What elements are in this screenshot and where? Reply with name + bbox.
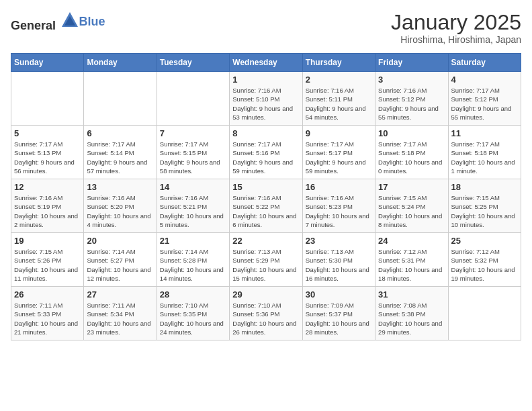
calendar-cell: 5Sunrise: 7:17 AM Sunset: 5:13 PM Daylig… (11, 126, 84, 179)
calendar-table: SundayMondayTuesdayWednesdayThursdayFrid… (11, 53, 521, 340)
day-detail: Sunrise: 7:17 AM Sunset: 5:15 PM Dayligh… (160, 140, 226, 175)
logo-icon (60, 11, 79, 30)
day-number: 5 (14, 128, 81, 138)
day-number: 10 (378, 128, 445, 138)
logo-general: General (11, 19, 56, 32)
page-header: General Blue January 2025 Hiroshima, Hir… (11, 11, 521, 45)
calendar-cell: 18Sunrise: 7:15 AM Sunset: 5:25 PM Dayli… (448, 179, 521, 233)
calendar-cell: 16Sunrise: 7:16 AM Sunset: 5:23 PM Dayli… (302, 179, 375, 233)
day-detail: Sunrise: 7:17 AM Sunset: 5:17 PM Dayligh… (306, 140, 372, 175)
day-detail: Sunrise: 7:08 AM Sunset: 5:38 PM Dayligh… (378, 301, 445, 336)
day-detail: Sunrise: 7:10 AM Sunset: 5:36 PM Dayligh… (232, 301, 299, 336)
calendar-cell: 8Sunrise: 7:17 AM Sunset: 5:16 PM Daylig… (230, 126, 302, 179)
day-number: 2 (306, 75, 372, 85)
day-number: 7 (160, 128, 226, 138)
calendar-cell: 26Sunrise: 7:11 AM Sunset: 5:33 PM Dayli… (11, 287, 84, 340)
title-block: January 2025 Hiroshima, Hiroshima, Japan (391, 11, 521, 45)
day-of-week-header: Wednesday (230, 54, 302, 72)
calendar-week-row: 19Sunrise: 7:15 AM Sunset: 5:26 PM Dayli… (11, 233, 521, 287)
day-number: 1 (232, 75, 299, 85)
day-detail: Sunrise: 7:13 AM Sunset: 5:30 PM Dayligh… (306, 247, 372, 283)
day-number: 11 (451, 128, 518, 138)
location-title: Hiroshima, Hiroshima, Japan (391, 34, 521, 45)
day-detail: Sunrise: 7:12 AM Sunset: 5:32 PM Dayligh… (451, 247, 518, 283)
calendar-cell (448, 287, 521, 340)
calendar-cell: 9Sunrise: 7:17 AM Sunset: 5:17 PM Daylig… (302, 126, 375, 179)
day-number: 25 (451, 236, 518, 246)
calendar-cell: 21Sunrise: 7:14 AM Sunset: 5:28 PM Dayli… (157, 233, 229, 287)
day-detail: Sunrise: 7:16 AM Sunset: 5:23 PM Dayligh… (306, 193, 372, 229)
calendar-cell: 13Sunrise: 7:16 AM Sunset: 5:20 PM Dayli… (84, 179, 157, 233)
day-number: 20 (87, 236, 153, 246)
day-detail: Sunrise: 7:17 AM Sunset: 5:12 PM Dayligh… (451, 86, 518, 122)
day-detail: Sunrise: 7:16 AM Sunset: 5:21 PM Dayligh… (160, 193, 226, 229)
day-detail: Sunrise: 7:11 AM Sunset: 5:34 PM Dayligh… (87, 301, 153, 336)
logo: General Blue (11, 11, 105, 33)
calendar-cell: 14Sunrise: 7:16 AM Sunset: 5:21 PM Dayli… (157, 179, 229, 233)
day-number: 17 (378, 182, 445, 192)
calendar-cell: 29Sunrise: 7:10 AM Sunset: 5:36 PM Dayli… (230, 287, 302, 340)
day-number: 13 (87, 182, 153, 192)
calendar-cell (11, 72, 84, 126)
day-detail: Sunrise: 7:17 AM Sunset: 5:16 PM Dayligh… (232, 140, 299, 175)
day-detail: Sunrise: 7:15 AM Sunset: 5:24 PM Dayligh… (378, 193, 445, 229)
calendar-cell (84, 72, 157, 126)
day-number: 24 (378, 236, 445, 246)
day-number: 8 (232, 128, 299, 138)
calendar-cell: 20Sunrise: 7:14 AM Sunset: 5:27 PM Dayli… (84, 233, 157, 287)
day-detail: Sunrise: 7:16 AM Sunset: 5:12 PM Dayligh… (378, 86, 445, 122)
day-detail: Sunrise: 7:17 AM Sunset: 5:14 PM Dayligh… (87, 140, 153, 175)
day-detail: Sunrise: 7:14 AM Sunset: 5:27 PM Dayligh… (87, 247, 153, 283)
day-detail: Sunrise: 7:16 AM Sunset: 5:20 PM Dayligh… (87, 193, 153, 229)
calendar-body: 1Sunrise: 7:16 AM Sunset: 5:10 PM Daylig… (11, 72, 521, 340)
calendar-cell: 22Sunrise: 7:13 AM Sunset: 5:29 PM Dayli… (230, 233, 302, 287)
day-of-week-header: Sunday (11, 54, 84, 72)
calendar-cell: 15Sunrise: 7:16 AM Sunset: 5:22 PM Dayli… (230, 179, 302, 233)
calendar-cell: 1Sunrise: 7:16 AM Sunset: 5:10 PM Daylig… (230, 72, 302, 126)
calendar-cell: 30Sunrise: 7:09 AM Sunset: 5:37 PM Dayli… (302, 287, 375, 340)
day-detail: Sunrise: 7:11 AM Sunset: 5:33 PM Dayligh… (14, 301, 81, 336)
day-number: 23 (306, 236, 372, 246)
day-detail: Sunrise: 7:17 AM Sunset: 5:18 PM Dayligh… (451, 140, 518, 175)
day-number: 12 (14, 182, 81, 192)
calendar-cell: 25Sunrise: 7:12 AM Sunset: 5:32 PM Dayli… (448, 233, 521, 287)
day-detail: Sunrise: 7:17 AM Sunset: 5:18 PM Dayligh… (378, 140, 445, 175)
calendar-cell (157, 72, 229, 126)
day-detail: Sunrise: 7:15 AM Sunset: 5:26 PM Dayligh… (14, 247, 81, 283)
calendar-week-row: 12Sunrise: 7:16 AM Sunset: 5:19 PM Dayli… (11, 179, 521, 233)
day-number: 26 (14, 289, 81, 300)
day-detail: Sunrise: 7:15 AM Sunset: 5:25 PM Dayligh… (451, 193, 518, 229)
day-detail: Sunrise: 7:09 AM Sunset: 5:37 PM Dayligh… (306, 301, 372, 336)
day-of-week-header: Monday (84, 54, 157, 72)
day-detail: Sunrise: 7:12 AM Sunset: 5:31 PM Dayligh… (378, 247, 445, 283)
calendar-cell: 27Sunrise: 7:11 AM Sunset: 5:34 PM Dayli… (84, 287, 157, 340)
day-number: 21 (160, 236, 226, 246)
day-of-week-header: Thursday (302, 54, 375, 72)
day-detail: Sunrise: 7:13 AM Sunset: 5:29 PM Dayligh… (232, 247, 299, 283)
day-detail: Sunrise: 7:16 AM Sunset: 5:11 PM Dayligh… (306, 86, 372, 122)
day-number: 9 (306, 128, 372, 138)
day-number: 16 (306, 182, 372, 192)
day-detail: Sunrise: 7:16 AM Sunset: 5:10 PM Dayligh… (232, 86, 299, 122)
calendar-cell: 28Sunrise: 7:10 AM Sunset: 5:35 PM Dayli… (157, 287, 229, 340)
calendar-week-row: 1Sunrise: 7:16 AM Sunset: 5:10 PM Daylig… (11, 72, 521, 126)
calendar-header: SundayMondayTuesdayWednesdayThursdayFrid… (11, 54, 521, 72)
calendar-cell: 12Sunrise: 7:16 AM Sunset: 5:19 PM Dayli… (11, 179, 84, 233)
day-number: 27 (87, 289, 153, 300)
day-detail: Sunrise: 7:14 AM Sunset: 5:28 PM Dayligh… (160, 247, 226, 283)
calendar-cell: 6Sunrise: 7:17 AM Sunset: 5:14 PM Daylig… (84, 126, 157, 179)
day-number: 4 (451, 75, 518, 85)
day-number: 22 (232, 236, 299, 246)
calendar-cell: 2Sunrise: 7:16 AM Sunset: 5:11 PM Daylig… (302, 72, 375, 126)
day-number: 29 (232, 289, 299, 300)
day-of-week-header: Friday (375, 54, 448, 72)
day-detail: Sunrise: 7:10 AM Sunset: 5:35 PM Dayligh… (160, 301, 226, 336)
calendar-cell: 19Sunrise: 7:15 AM Sunset: 5:26 PM Dayli… (11, 233, 84, 287)
calendar-cell: 17Sunrise: 7:15 AM Sunset: 5:24 PM Dayli… (375, 179, 448, 233)
calendar-cell: 3Sunrise: 7:16 AM Sunset: 5:12 PM Daylig… (375, 72, 448, 126)
calendar-week-row: 26Sunrise: 7:11 AM Sunset: 5:33 PM Dayli… (11, 287, 521, 340)
days-of-week-row: SundayMondayTuesdayWednesdayThursdayFrid… (11, 54, 521, 72)
calendar-cell: 4Sunrise: 7:17 AM Sunset: 5:12 PM Daylig… (448, 72, 521, 126)
calendar-cell: 10Sunrise: 7:17 AM Sunset: 5:18 PM Dayli… (375, 126, 448, 179)
calendar-cell: 24Sunrise: 7:12 AM Sunset: 5:31 PM Dayli… (375, 233, 448, 287)
